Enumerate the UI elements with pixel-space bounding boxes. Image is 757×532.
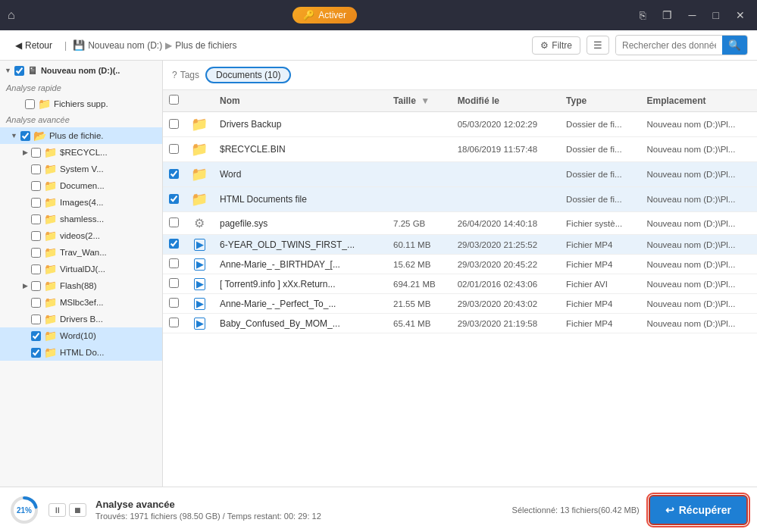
sidebar-item-word[interactable]: ▶ 📁 Word(10) bbox=[0, 327, 162, 344]
select-all-checkbox[interactable] bbox=[169, 95, 179, 105]
breadcrumb-separator: | bbox=[64, 40, 67, 51]
fichiers-supp-checkbox[interactable] bbox=[25, 99, 35, 109]
sidebar-item-images[interactable]: ▶ 📁 Images(4... bbox=[0, 194, 162, 211]
sidebar-item-shamless[interactable]: ▶ 📁 shamless... bbox=[0, 211, 162, 227]
row-modified: 26/04/2020 14:40:18 bbox=[452, 212, 560, 235]
back-arrow-icon: ◀ bbox=[15, 40, 22, 51]
activate-button[interactable]: 🔑 Activer bbox=[292, 7, 357, 23]
home-icon[interactable]: ⌂ bbox=[8, 8, 15, 22]
flash-checkbox[interactable] bbox=[31, 281, 41, 291]
pause-button[interactable]: ⏸ bbox=[48, 503, 66, 517]
tag-documents[interactable]: Documents (10) bbox=[205, 67, 291, 83]
sidebar-item-htmldo[interactable]: ▶ 📁 HTML Do... bbox=[0, 344, 162, 361]
maximize-button[interactable]: □ bbox=[709, 6, 724, 24]
sidebar-item-fichiers-supp[interactable]: ▶ 📁 Fichiers supp. bbox=[0, 95, 162, 112]
row-type: Dossier de fi... bbox=[560, 137, 640, 162]
htmldo-checkbox[interactable] bbox=[31, 348, 41, 358]
col-header-check bbox=[163, 90, 185, 112]
row-modified bbox=[452, 187, 560, 212]
title-bar-center: 🔑 Activer bbox=[292, 7, 357, 23]
row-checkbox[interactable] bbox=[169, 119, 179, 129]
driversb-folder-icon: 📁 bbox=[44, 313, 57, 325]
travwan-checkbox[interactable] bbox=[31, 248, 41, 258]
search-button[interactable]: 🔍 bbox=[722, 36, 747, 55]
driversb-checkbox[interactable] bbox=[31, 315, 41, 324]
row-checkbox-cell bbox=[163, 112, 185, 137]
table-row: 📁 Word Dossier de fi... Nouveau nom (D:)… bbox=[163, 162, 757, 187]
table-row: ▶ Anne-Marie_-_Perfect_To_... 21.55 MB 2… bbox=[163, 294, 757, 314]
row-name: [ Torrent9.info ] xXx.Return... bbox=[214, 274, 387, 294]
sidebar-item-recycle[interactable]: ▶ 📁 $RECYCL... bbox=[0, 144, 162, 161]
row-checkbox[interactable] bbox=[169, 144, 179, 154]
sidebar-item-drive[interactable]: ▼ 🖥 Nouveau nom (D:)(.. bbox=[0, 61, 162, 80]
shamless-checkbox[interactable] bbox=[31, 214, 41, 224]
row-name: Baby_Confused_By_MOM_... bbox=[214, 314, 387, 333]
minimize-button[interactable]: ─ bbox=[684, 6, 701, 24]
row-modified: 29/03/2020 21:25:52 bbox=[452, 235, 560, 255]
plus-fichiers-checkbox[interactable] bbox=[20, 131, 30, 141]
filter-button[interactable]: ⚙ Filtre bbox=[532, 36, 580, 55]
col-header-icon bbox=[185, 90, 214, 112]
drive-checkbox[interactable] bbox=[14, 66, 24, 76]
content-area: ? Tags Documents (10) Nom bbox=[163, 61, 757, 487]
sidebar-item-virtualdj[interactable]: ▶ 📁 VirtualDJ(... bbox=[0, 261, 162, 277]
row-modified: 05/03/2020 12:02:29 bbox=[452, 112, 560, 137]
row-checkbox[interactable] bbox=[169, 169, 179, 179]
row-checkbox[interactable] bbox=[169, 194, 179, 204]
sidebar-item-systemv[interactable]: ▶ 📁 System V... bbox=[0, 161, 162, 177]
sidebar-item-videos[interactable]: ▶ 📁 videos(2... bbox=[0, 227, 162, 244]
row-name: pagefile.sys bbox=[214, 212, 387, 235]
row-checkbox[interactable] bbox=[169, 217, 179, 227]
menu-button[interactable]: ☰ bbox=[587, 36, 609, 55]
sidebar-item-mslbc3ef[interactable]: ▶ 📁 MSlbc3ef... bbox=[0, 294, 162, 311]
row-checkbox[interactable] bbox=[169, 318, 179, 327]
sidebar-item-documen[interactable]: ▶ 📁 Documen... bbox=[0, 177, 162, 194]
sidebar-item-flash[interactable]: ▶ 📁 Flash(88) bbox=[0, 277, 162, 294]
documen-checkbox[interactable] bbox=[31, 181, 41, 191]
row-icon-cell: 📁 bbox=[185, 162, 214, 187]
breadcrumb: 💾 Nouveau nom (D:) ▶ Plus de fichiers bbox=[73, 39, 236, 51]
expand-icon: ▶ bbox=[23, 149, 28, 156]
sidebar-item-travwan[interactable]: ▶ 📁 Trav_Wan... bbox=[0, 244, 162, 261]
virtualdj-checkbox[interactable] bbox=[31, 264, 41, 274]
videos-checkbox[interactable] bbox=[31, 231, 41, 241]
stop-button[interactable]: ⏹ bbox=[69, 503, 86, 517]
images-checkbox[interactable] bbox=[31, 198, 41, 208]
row-type: Dossier de fi... bbox=[560, 162, 640, 187]
drive-icon: 💾 bbox=[73, 39, 85, 51]
sidebar-systemv-label: System V... bbox=[60, 164, 104, 174]
restore-button[interactable]: ❐ bbox=[658, 6, 677, 24]
breadcrumb-folder[interactable]: Plus de fichiers bbox=[175, 40, 236, 51]
mslbc3ef-checkbox[interactable] bbox=[31, 298, 41, 308]
row-location: Nouveau nom (D:)\Pl... bbox=[641, 235, 758, 255]
word-checkbox[interactable] bbox=[31, 331, 41, 341]
sidebar-item-plus-fichiers[interactable]: ▼ 📂 Plus de fichie. bbox=[0, 127, 162, 144]
title-bar-right: ⎘ ❐ ─ □ ✕ bbox=[635, 6, 749, 24]
back-button[interactable]: ◀ Retour bbox=[9, 37, 58, 54]
close-button[interactable]: ✕ bbox=[731, 6, 749, 24]
row-size: 21.55 MB bbox=[387, 294, 452, 314]
back-label: Retour bbox=[25, 40, 52, 51]
row-checkbox[interactable] bbox=[169, 298, 179, 308]
search-input[interactable] bbox=[616, 37, 722, 54]
col-header-size[interactable]: Taille ▼ bbox=[387, 90, 452, 112]
file-icon: ⚙ bbox=[194, 217, 205, 230]
row-location: Nouveau nom (D:)\Pl... bbox=[641, 294, 758, 314]
row-type: Dossier de fi... bbox=[560, 112, 640, 137]
row-name: 6-YEAR_OLD_TWINS_FIRST_... bbox=[214, 235, 387, 255]
row-checkbox[interactable] bbox=[169, 239, 179, 249]
row-checkbox[interactable] bbox=[169, 258, 179, 268]
recycle-checkbox[interactable] bbox=[31, 148, 41, 158]
breadcrumb-drive[interactable]: 💾 Nouveau nom (D:) bbox=[73, 39, 162, 51]
row-type: Fichier MP4 bbox=[560, 314, 640, 333]
row-checkbox[interactable] bbox=[169, 278, 179, 288]
row-checkbox-cell bbox=[163, 294, 185, 314]
systemv-checkbox[interactable] bbox=[31, 164, 41, 174]
status-title: Analyse avancée bbox=[95, 499, 496, 510]
share-button[interactable]: ⎘ bbox=[635, 6, 650, 24]
recover-label: Récupérer bbox=[679, 504, 731, 516]
recover-button[interactable]: ↩ Récupérer bbox=[649, 495, 748, 525]
row-size: 7.25 GB bbox=[387, 212, 452, 235]
sidebar-item-driversb[interactable]: ▶ 📁 Drivers B... bbox=[0, 311, 162, 327]
sidebar-flash-label: Flash(88) bbox=[60, 281, 97, 290]
